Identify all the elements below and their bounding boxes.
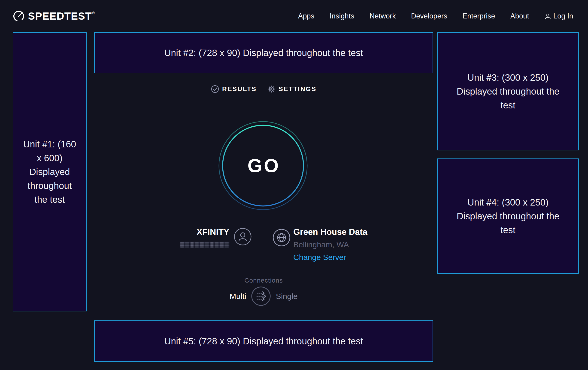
connections-multi-option[interactable]: Multi	[230, 292, 246, 301]
isp-details-redacted	[180, 242, 229, 248]
check-circle-icon	[211, 85, 219, 93]
nav-item-apps[interactable]: Apps	[298, 12, 314, 20]
ad-unit-3-rectangle[interactable]: Unit #3: (300 x 250) Displayed throughou…	[437, 32, 579, 150]
server-globe-icon	[272, 228, 291, 248]
nav-item-developers[interactable]: Developers	[411, 12, 447, 20]
server-location: Bellingham, WA	[293, 240, 349, 249]
nav-item-insights[interactable]: Insights	[330, 12, 354, 20]
ad-unit-2-text: Unit #2: (728 x 90) Displayed throughout…	[164, 46, 363, 60]
user-icon	[544, 13, 551, 20]
top-navigation: SPEEDTEST ® Apps Insights Network Develo…	[0, 0, 588, 32]
ad-unit-4-rectangle[interactable]: Unit #4: (300 x 250) Displayed throughou…	[437, 159, 579, 274]
speedtest-logo[interactable]: SPEEDTEST ®	[13, 10, 95, 22]
server-name: Green House Data	[293, 227, 368, 237]
ad-unit-1-text: Unit #1: (160 x 600) Displayed throughou…	[22, 137, 77, 206]
ad-unit-1-skyscraper[interactable]: Unit #1: (160 x 600) Displayed throughou…	[13, 32, 87, 311]
brand-trademark: ®	[92, 11, 95, 15]
nav-item-network[interactable]: Network	[369, 12, 396, 20]
ad-unit-2-leaderboard[interactable]: Unit #2: (728 x 90) Displayed throughout…	[94, 32, 433, 73]
ad-unit-5-leaderboard[interactable]: Unit #5: (728 x 90) Displayed throughout…	[94, 320, 433, 362]
connections-label: Connections	[94, 277, 433, 284]
results-settings-tabs: RESULTS	[94, 83, 433, 96]
isp-user-icon	[233, 228, 252, 247]
connections-single-option[interactable]: Single	[276, 292, 298, 301]
connections-toggle-icon[interactable]	[251, 286, 271, 306]
ad-unit-4-text: Unit #4: (300 x 250) Displayed throughou…	[454, 195, 562, 237]
main-nav: Apps Insights Network Developers Enterpr…	[298, 12, 573, 20]
go-button-label: GO	[217, 120, 309, 212]
isp-name[interactable]: XFINITY	[197, 227, 229, 237]
go-button[interactable]: GO	[217, 120, 309, 212]
speedometer-gauge-icon	[13, 10, 25, 22]
change-server-link[interactable]: Change Server	[293, 253, 346, 262]
tab-settings[interactable]: SETTINGS	[267, 85, 316, 93]
login-label: Log In	[553, 12, 573, 20]
tab-settings-label: SETTINGS	[279, 85, 316, 93]
connections-toggle-row: Multi Single	[94, 286, 433, 306]
brand-name: SPEEDTEST	[28, 10, 92, 22]
ad-unit-3-text: Unit #3: (300 x 250) Displayed throughou…	[454, 70, 562, 112]
ad-unit-5-text: Unit #5: (728 x 90) Displayed throughout…	[164, 334, 363, 348]
nav-item-about[interactable]: About	[510, 12, 529, 20]
login-button[interactable]: Log In	[544, 12, 573, 20]
gear-icon	[267, 85, 275, 93]
nav-item-enterprise[interactable]: Enterprise	[462, 12, 495, 20]
tab-results[interactable]: RESULTS	[211, 85, 257, 93]
tab-results-label: RESULTS	[222, 85, 257, 93]
